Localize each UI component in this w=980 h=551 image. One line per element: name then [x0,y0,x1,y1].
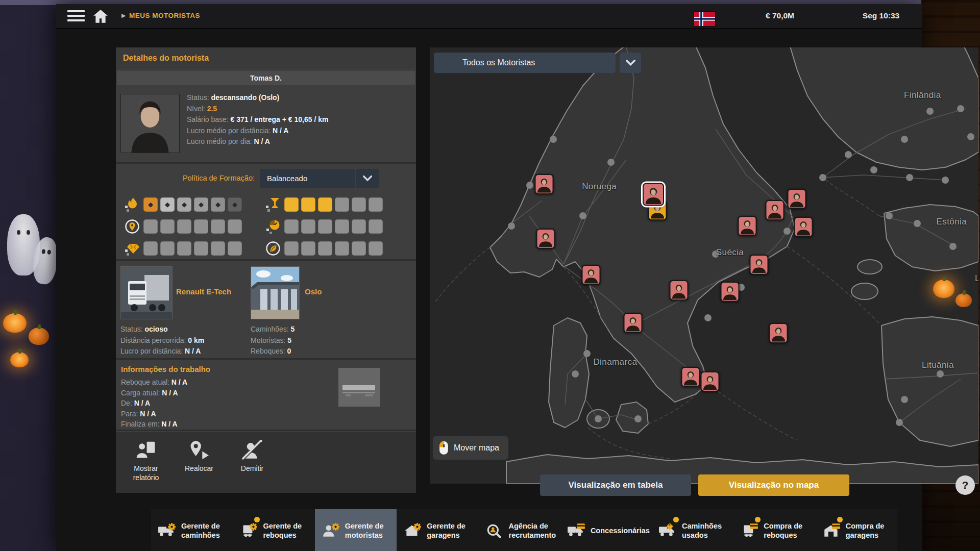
trailer-buy-icon [740,523,758,538]
truck-name: Renault E-Tech [176,287,231,296]
tab-caminhoes-usados[interactable]: Caminhões usados [652,509,733,551]
country-label: Noruega [582,182,617,192]
skill-tile [194,241,208,256]
driver-marker[interactable] [738,216,757,236]
notification-dot [254,517,260,522]
map-view-button[interactable]: Visualização no mapa [698,474,849,496]
skill-level-tiles [143,241,242,256]
show-report-button[interactable]: Mostrar relatório [123,439,169,482]
background-pumpkin [955,293,972,307]
skill-tile [160,241,175,256]
driver-filter-select[interactable]: Todos os Motoristas [434,53,616,73]
tab-compra-de-reboques[interactable]: Compra de reboques [733,509,815,551]
relocate-button[interactable]: Realocar [176,439,222,473]
tab-label: Gerente de reboques [263,521,314,540]
tab-concessionarias[interactable]: Concessionárias [560,509,652,551]
driver-marker[interactable] [794,217,813,237]
recruitment-icon [485,523,504,538]
mouse-icon [439,441,449,455]
breadcrumb-chevron-icon: ▶ [121,12,126,19]
map-panel[interactable]: NoruegaSuéciaFinlândiaEstôniaDinamarcaLi… [430,47,978,484]
adr-class-tile: ◆ [160,197,175,212]
driver-details-panel: Detalhes do motorista Tomas D. Status: d… [116,47,416,493]
dealership-icon [567,523,585,538]
driver-marker[interactable] [701,371,720,392]
garage-stat: Motoristas: 5 [251,335,295,346]
skill-tile [352,219,366,234]
training-policy-label: Política de Formação: [116,174,255,182]
breadcrumb[interactable]: MEUS MOTORISTAS [129,12,200,19]
adr-class-tile: ◆ [211,197,225,212]
chevron-down-icon[interactable] [620,53,641,73]
skills-column-right [262,193,403,259]
driver-marker[interactable] [769,323,788,343]
truck-thumbnail[interactable] [120,266,173,319]
home-button[interactable] [93,9,108,23]
garage-stats: Caminhões: 5Motoristas: 5Reboques: 0 [251,324,295,357]
driver-marker[interactable] [681,367,700,387]
used-trucks-icon [658,523,677,538]
menu-button[interactable] [67,10,85,22]
tab-gerente-de-garagens[interactable]: Gerente de garagens [397,509,478,551]
garage-gear-icon [403,523,422,538]
skill-tile [369,197,383,212]
adr-class-tile: ◆ [194,197,208,212]
home-icon [93,9,108,23]
skill-tile [335,219,349,234]
skill-level-tiles: ◆◆◆◆◆◆ [143,197,242,212]
driver-marker[interactable] [766,200,785,220]
selected-driver-marker[interactable] [643,183,664,206]
skills-column-left: ◆◆◆◆◆◆ [121,193,262,259]
tab-gerente-de-reboques[interactable]: Gerente de reboques [233,509,314,551]
driver-gear-icon [322,523,340,538]
tab-agencia-de-recrutamento[interactable]: Agência de recrutamento [479,509,560,551]
skill-tile [318,197,332,212]
help-button[interactable]: ? [955,475,975,495]
driver-stat: Status: descansando (Oslo) [187,92,411,104]
driver-marker[interactable] [788,189,806,209]
skill-tile [194,219,208,234]
driver-marker[interactable] [750,255,769,275]
skill-tile [160,219,175,234]
action-label: Realocar [185,464,213,473]
garage-name: Oslo [305,287,322,296]
tab-label: Caminhões usados [682,521,733,540]
truck-stat: Status: ocioso [120,324,204,335]
driver-stat: Salário base: € 371 / entrega + € 10,65 … [187,114,411,126]
skill-level-tiles [143,219,242,234]
skill-tile [211,241,225,256]
tab-gerente-de-motoristas[interactable]: Gerente de motoristas [315,509,397,551]
job-stat: Reboque atual: N / A [121,377,187,388]
skill-tile [369,241,383,256]
job-stat: De: N / A [121,398,187,409]
skill-tile [352,241,366,256]
driver-marker[interactable] [623,313,642,333]
driver-marker[interactable] [534,174,553,194]
tab-gerente-de-caminhoes[interactable]: Gerente de caminhões [151,509,233,551]
tab-label: Compra de garagens [846,521,897,540]
table-view-button[interactable]: Visualização em tabela [540,474,691,496]
job-rows: Reboque atual: N / ACarga atual: N / ADe… [121,377,187,430]
money-display: € 70,0M [746,11,814,20]
driver-marker[interactable] [536,229,555,249]
job-info-title: Informações do trabalho [121,365,210,373]
tab-compra-de-garagens[interactable]: Compra de garagens [816,509,897,551]
report-icon [135,439,157,462]
tab-label: Gerente de motoristas [345,521,397,540]
dismiss-button[interactable]: Demitir [229,439,275,473]
country-label: Dinamarca [593,357,637,367]
background-pumpkin [933,280,954,298]
job-stat: Finaliza em: N / A [121,419,187,430]
move-map-button[interactable]: Mover mapa [433,436,508,460]
chevron-down-icon[interactable] [356,169,379,188]
driver-marker[interactable] [721,282,740,302]
training-policy-select[interactable]: Balanceado [260,169,355,188]
adr-class-tile: ◆ [143,197,158,212]
driver-stat: Lucro médio por dia: N / A [187,136,411,147]
driver-stats: Status: descansando (Oslo)Nível: 2.5Salá… [187,92,411,147]
skill-row-eco [262,237,403,259]
driver-marker[interactable] [582,265,601,285]
driver-marker[interactable] [670,280,689,300]
garage-thumbnail[interactable] [251,266,300,319]
skill-tile [143,241,158,256]
